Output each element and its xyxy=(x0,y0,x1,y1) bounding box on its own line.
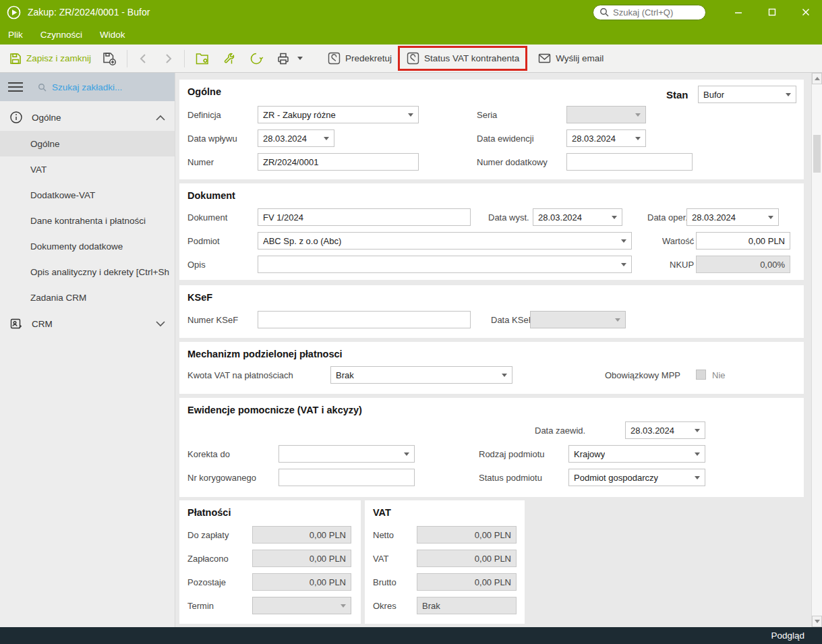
nkup-label: NKUP xyxy=(670,260,694,270)
numer-input[interactable] xyxy=(258,153,419,171)
nr-korygowanego-label: Nr korygowanego xyxy=(187,473,256,483)
opis-select[interactable] xyxy=(258,256,632,273)
vertical-scrollbar[interactable] xyxy=(811,73,822,627)
sidebar-group-ogolne[interactable]: Ogólne xyxy=(0,104,175,131)
close-button[interactable] xyxy=(800,7,811,18)
status-bar: Podgląd xyxy=(0,627,822,644)
sidebar-item-dokumenty-dodatkowe[interactable]: Dokumenty dodatkowe xyxy=(0,233,175,259)
chevron-down-icon xyxy=(324,137,329,140)
toolbar: Zapisz i zamknij xyxy=(0,45,822,73)
termin-select xyxy=(252,597,351,614)
chevron-down-icon xyxy=(786,93,791,96)
settings-tools-button[interactable] xyxy=(218,49,240,69)
minimize-button[interactable] xyxy=(733,7,744,18)
okres-label: Okres xyxy=(373,601,397,611)
numer-label: Numer xyxy=(187,157,214,167)
definicja-select[interactable]: ZR - Zakupy różne xyxy=(258,106,419,123)
menu-bar: Plik Czynności Widok xyxy=(0,24,822,45)
dokument-label: Dokument xyxy=(187,212,227,223)
data-wplywu-label: Data wpływu xyxy=(187,134,237,144)
chevron-down-icon xyxy=(695,476,700,479)
maximize-button[interactable] xyxy=(767,7,777,18)
wartosc-input[interactable] xyxy=(696,232,790,250)
dokument-input[interactable] xyxy=(258,208,471,226)
scroll-up-button[interactable] xyxy=(812,73,822,84)
menu-czynnosci[interactable]: Czynności xyxy=(40,30,82,40)
menu-widok[interactable]: Widok xyxy=(100,30,125,40)
title-bar: Zakup: ZR/2024/0001 - Bufor xyxy=(0,0,822,24)
sidebar-group-label: CRM xyxy=(32,319,147,329)
sidebar: Szukaj zakładki... Ogólne Ogólne VAT Dod… xyxy=(0,73,175,627)
organizer-button[interactable] xyxy=(192,49,213,69)
print-dropdown-caret-icon[interactable] xyxy=(297,57,303,60)
sidebar-item-ogolne[interactable]: Ogólne xyxy=(0,131,175,156)
menu-plik[interactable]: Plik xyxy=(8,30,23,40)
sidebar-item-dane-kontrahenta[interactable]: Dane kontrahenta i płatności xyxy=(0,208,175,233)
rodzaj-podmiotu-select[interactable]: Krajowy xyxy=(568,445,705,463)
data-wplywu-select[interactable]: 28.03.2024 xyxy=(258,129,334,147)
section-ogolne: Ogólne Stan Bufor Definicja ZR - Zakupy … xyxy=(179,80,804,179)
numer-dodatkowy-input[interactable] xyxy=(566,153,693,171)
data-oper-select[interactable]: 28.03.2024 xyxy=(686,208,779,226)
print-button[interactable] xyxy=(272,49,306,69)
definicja-label: Definicja xyxy=(187,110,221,120)
chevron-down-icon xyxy=(404,452,409,456)
section-title: KSeF xyxy=(187,292,212,303)
stan-select[interactable]: Bufor xyxy=(698,86,796,103)
sidebar-item-zadania-crm[interactable]: Zadania CRM xyxy=(0,285,175,310)
sidebar-item-dodatkowe-vat[interactable]: Dodatkowe-VAT xyxy=(0,182,175,208)
sidebar-search[interactable]: Szukaj zakładki... xyxy=(38,82,122,92)
chevron-down-icon xyxy=(695,452,700,456)
section-title: Ogólne xyxy=(187,86,221,97)
save-new-button[interactable] xyxy=(98,49,120,69)
data-ewidencji-select[interactable]: 28.03.2024 xyxy=(566,129,646,147)
status-vat-kontrahenta-button[interactable]: Status VAT kontrahenta xyxy=(398,46,527,71)
obowiazkowy-mpp-label: Obowiązkowy MPP xyxy=(605,370,680,380)
nav-forward-button[interactable] xyxy=(158,50,177,67)
vat-input xyxy=(417,550,517,567)
do-zaplaty-label: Do zapłaty xyxy=(187,530,229,540)
section-title: Ewidencje pomocnicze (VAT i akcyzy) xyxy=(187,405,362,415)
podmiot-select[interactable]: ABC Sp. z o.o (Abc) xyxy=(258,232,632,250)
obowiazkowy-mpp-value: Nie xyxy=(712,370,726,380)
send-email-button[interactable]: Wyślij email xyxy=(534,49,607,68)
document-form: Ogólne Stan Bufor Definicja ZR - Zakupy … xyxy=(175,73,822,627)
nav-back-button[interactable] xyxy=(134,50,153,67)
chevron-down-icon xyxy=(768,216,773,219)
rodzaj-podmiotu-label: Rodzaj podmiotu xyxy=(479,449,545,459)
chevron-up-icon xyxy=(156,115,165,121)
scrollbar-thumb[interactable] xyxy=(813,135,821,173)
search-icon xyxy=(599,7,609,17)
korekta-do-select[interactable] xyxy=(278,445,415,463)
kwota-vat-select[interactable]: Brak xyxy=(330,366,512,384)
chevron-down-icon xyxy=(341,604,346,608)
scroll-down-button[interactable] xyxy=(812,616,822,627)
obowiazkowy-mpp-checkbox xyxy=(696,370,706,380)
sidebar-header: Szukaj zakładki... xyxy=(0,73,175,101)
sidebar-item-vat[interactable]: VAT xyxy=(0,156,175,182)
status-podmiotu-select[interactable]: Podmiot gospodarczy xyxy=(568,469,705,486)
chevron-down-icon xyxy=(635,137,641,140)
refresh-button[interactable] xyxy=(245,49,267,69)
global-search[interactable] xyxy=(593,5,706,20)
numer-ksef-input[interactable] xyxy=(258,311,471,328)
sidebar-item-opis-analityczny[interactable]: Opis analityczny i dekrety [Ctrl+Sh xyxy=(0,259,175,285)
decree-icon xyxy=(406,51,420,65)
predekretuj-button[interactable]: Predekretuj xyxy=(324,49,395,68)
sidebar-group-crm[interactable]: CRM xyxy=(0,310,175,337)
nav-forward-icon xyxy=(162,53,174,65)
triangle-down-icon xyxy=(815,620,820,623)
data-wyst-select[interactable]: 28.03.2024 xyxy=(533,208,622,226)
wartosc-label: Wartość xyxy=(662,236,694,246)
status-mode-label: Podgląd xyxy=(771,631,804,641)
global-search-input[interactable] xyxy=(613,7,694,18)
seria-label: Seria xyxy=(477,110,497,120)
folder-settings-icon xyxy=(195,51,210,66)
podmiot-label: Podmiot xyxy=(187,236,220,246)
hamburger-icon[interactable] xyxy=(8,82,23,92)
nr-korygowanego-input[interactable] xyxy=(278,469,415,486)
save-and-close-button[interactable]: Zapisz i zamknij xyxy=(5,49,94,68)
data-zaewid-select[interactable]: 28.03.2024 xyxy=(625,421,705,439)
triangle-up-icon xyxy=(815,77,820,80)
section-title: Dokument xyxy=(187,190,235,201)
